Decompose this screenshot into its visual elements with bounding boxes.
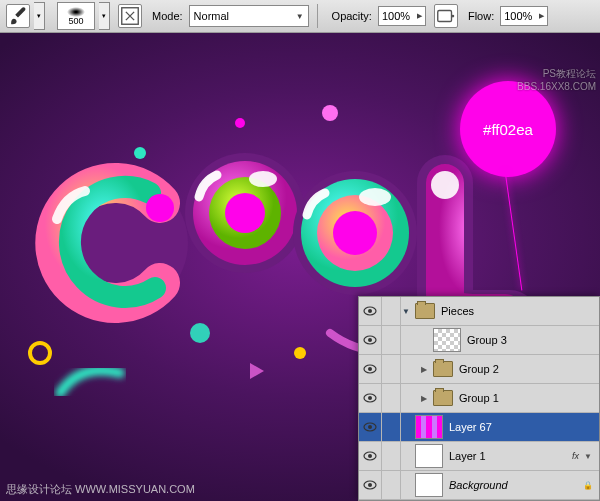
brush-picker-arrow[interactable]: ▾ <box>99 2 110 30</box>
layer-name[interactable]: Group 2 <box>457 363 599 375</box>
opacity-input[interactable]: 100% ▶ <box>378 6 426 26</box>
svg-point-17 <box>317 195 393 271</box>
brush-preview[interactable]: 500 <box>57 2 95 30</box>
visibility-toggle[interactable] <box>359 326 382 354</box>
disclosure-triangle[interactable]: ▶ <box>419 394 429 403</box>
svg-point-3 <box>63 256 77 270</box>
layer-thumbnail <box>415 415 443 439</box>
layer-name[interactable]: Layer 67 <box>447 421 599 433</box>
separator <box>317 4 318 28</box>
lock-icon: 🔒 <box>581 481 595 490</box>
tablet-opacity-icon[interactable] <box>434 4 458 28</box>
layers-panel: ▼PiecesGroup 3▶Group 2▶Group 1Layer 67La… <box>358 296 600 501</box>
link-column <box>382 297 401 325</box>
svg-point-18 <box>333 211 377 255</box>
layer-thumbnail <box>433 328 461 352</box>
brush-panel-toggle-icon[interactable] <box>118 4 142 28</box>
layer-row[interactable]: Layer 1fx▼ <box>359 442 599 471</box>
layer-row[interactable]: ▼Pieces <box>359 297 599 326</box>
watermark-top-right: PS教程论坛 BBS.16XX8.COM <box>517 67 596 92</box>
layer-name[interactable]: Group 3 <box>465 334 599 346</box>
layer-name[interactable]: Layer 1 <box>447 450 572 462</box>
brush-tool-icon[interactable] <box>6 4 30 28</box>
flow-label: Flow: <box>468 10 494 22</box>
layer-row[interactable]: ▶Group 2 <box>359 355 599 384</box>
layer-thumbnail <box>415 444 443 468</box>
link-column <box>382 384 401 412</box>
svg-point-36 <box>368 483 372 487</box>
fx-badge[interactable]: fx <box>572 451 579 461</box>
layer-name[interactable]: Group 1 <box>457 392 599 404</box>
document-canvas[interactable]: #ff02ea PS教程论坛 BBS.16XX8.COM 思缘设计论坛 WWW.… <box>0 33 600 501</box>
visibility-toggle[interactable] <box>359 297 382 325</box>
svg-point-11 <box>193 161 297 265</box>
svg-point-26 <box>368 338 372 342</box>
svg-point-5 <box>134 147 146 159</box>
svg-point-32 <box>368 425 372 429</box>
mode-label: Mode: <box>152 10 183 22</box>
svg-point-34 <box>368 454 372 458</box>
svg-point-22 <box>294 347 306 359</box>
svg-point-21 <box>190 323 210 343</box>
link-column <box>382 442 401 470</box>
svg-point-8 <box>52 175 188 311</box>
layer-thumbnail <box>415 473 443 497</box>
svg-point-19 <box>359 188 391 206</box>
layer-row[interactable]: Group 3 <box>359 326 599 355</box>
opacity-value: 100% <box>382 10 410 22</box>
layer-row[interactable]: ▶Group 1 <box>359 384 599 413</box>
layer-name[interactable]: Pieces <box>439 305 599 317</box>
chevron-right-icon: ▶ <box>539 12 544 20</box>
svg-point-20 <box>431 171 459 199</box>
svg-point-2 <box>451 15 454 18</box>
folder-icon <box>433 390 453 406</box>
link-column <box>382 326 401 354</box>
svg-point-4 <box>30 343 50 363</box>
visibility-toggle[interactable] <box>359 355 382 383</box>
layer-row[interactable]: Layer 67 <box>359 413 599 442</box>
color-callout: #ff02ea <box>460 81 556 177</box>
svg-point-24 <box>368 309 372 313</box>
tool-preset-picker[interactable]: ▾ <box>34 2 45 30</box>
visibility-toggle[interactable] <box>359 413 382 441</box>
layer-name[interactable]: Background <box>447 479 581 491</box>
chevron-down-icon[interactable]: ▼ <box>581 452 595 461</box>
link-column <box>382 471 401 499</box>
visibility-toggle[interactable] <box>359 471 382 499</box>
folder-icon <box>415 303 435 319</box>
svg-point-7 <box>322 105 338 121</box>
svg-point-28 <box>368 367 372 371</box>
svg-rect-1 <box>438 11 452 22</box>
folder-icon <box>433 361 453 377</box>
chevron-down-icon: ▼ <box>296 12 304 21</box>
svg-point-6 <box>235 118 245 128</box>
brush-size-value: 500 <box>68 16 83 26</box>
svg-point-9 <box>146 194 174 222</box>
svg-point-15 <box>293 171 417 295</box>
disclosure-triangle[interactable]: ▼ <box>401 307 411 316</box>
flow-value: 100% <box>504 10 532 22</box>
blend-mode-value: Normal <box>194 10 229 22</box>
layer-row[interactable]: Background🔒 <box>359 471 599 500</box>
svg-point-10 <box>185 153 305 273</box>
color-hex-value: #ff02ea <box>483 121 533 138</box>
opacity-label: Opacity: <box>332 10 372 22</box>
svg-point-14 <box>249 171 277 187</box>
disclosure-triangle[interactable]: ▶ <box>419 365 429 374</box>
callout-pointer <box>505 172 523 291</box>
options-bar: ▾ 500 ▾ Mode: Normal ▼ Opacity: 100% ▶ F… <box>0 0 600 33</box>
blend-mode-select[interactable]: Normal ▼ <box>189 5 309 27</box>
link-column <box>382 355 401 383</box>
svg-point-12 <box>209 177 281 249</box>
watermark-bottom-left: 思缘设计论坛 WWW.MISSYUAN.COM <box>6 482 195 497</box>
svg-point-16 <box>301 179 409 287</box>
link-column <box>382 413 401 441</box>
chevron-right-icon: ▶ <box>417 12 422 20</box>
svg-point-30 <box>368 396 372 400</box>
visibility-toggle[interactable] <box>359 442 382 470</box>
visibility-toggle[interactable] <box>359 384 382 412</box>
svg-point-13 <box>225 193 265 233</box>
flow-input[interactable]: 100% ▶ <box>500 6 548 26</box>
